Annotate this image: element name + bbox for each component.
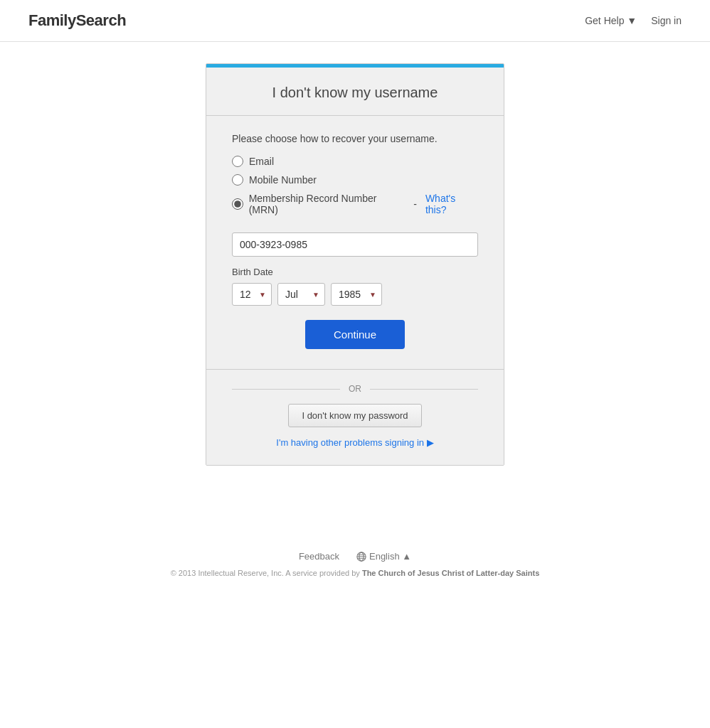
globe-icon [356,552,366,562]
card-footer: OR I don't know my password I'm having o… [206,370,504,465]
what-this-link[interactable]: What's this? [425,193,478,215]
year-wrapper: 198019811982 198319841985 198619871988 1… [331,283,382,306]
card-title: I don't know my username [221,85,489,101]
or-label: OR [349,384,361,394]
problems-link[interactable]: I'm having other problems signing in ▶ [276,437,433,448]
day-select[interactable]: 1234 5678 9101112 13141516 17181920 2122… [232,283,272,306]
mobile-radio[interactable] [232,174,243,186]
mrn-radio[interactable] [232,198,243,210]
continue-button[interactable]: Continue [305,320,405,349]
email-label: Email [249,156,274,167]
date-selects: 1234 5678 9101112 13141516 17181920 2122… [232,283,478,306]
mrn-label: Membership Record Number (MRN) [249,193,406,215]
card-header: I don't know my username [206,68,504,116]
language-label: English ▲ [369,551,411,562]
recovery-prompt: Please choose how to recover your userna… [232,133,478,144]
header: FamilySearch Get Help ▼ Sign in [0,0,710,42]
day-wrapper: 1234 5678 9101112 13141516 17181920 2122… [232,283,272,306]
dont-know-password-button[interactable]: I don't know my password [288,404,421,427]
sign-in-link[interactable]: Sign in [651,15,682,26]
month-wrapper: JanFebMarApr MayJunJulAug SepOctNovDec ▼ [277,283,325,306]
birth-date-label: Birth Date [232,267,478,277]
footer-links: Feedback English ▲ [0,551,710,562]
footer-copyright: © 2013 Intellectual Reserve, Inc. A serv… [0,569,710,577]
recovery-options: Email Mobile Number Membership Record Nu… [232,156,478,215]
church-name: The Church of Jesus Christ of Latter-day… [362,569,539,577]
or-divider: OR [232,384,478,394]
feedback-link[interactable]: Feedback [299,551,339,562]
card-body: Please choose how to recover your userna… [206,116,504,370]
logo: FamilySearch [28,11,126,30]
mobile-label: Mobile Number [249,174,317,186]
month-select[interactable]: JanFebMarApr MayJunJulAug SepOctNovDec [277,283,325,306]
email-option[interactable]: Email [232,156,478,167]
mrn-input[interactable] [232,232,478,257]
recovery-card: I don't know my username Please choose h… [206,63,504,466]
page-footer: Feedback English ▲ © 2013 Intellectual R… [0,551,710,599]
email-radio[interactable] [232,156,243,167]
language-selector[interactable]: English ▲ [356,551,411,562]
mrn-option[interactable]: Membership Record Number (MRN) - What's … [232,193,478,215]
get-help-button[interactable]: Get Help ▼ [585,15,637,26]
main-content: I don't know my username Please choose h… [0,42,710,466]
header-nav: Get Help ▼ Sign in [585,15,682,26]
year-select[interactable]: 198019811982 198319841985 198619871988 1… [331,283,382,306]
mobile-option[interactable]: Mobile Number [232,174,478,186]
